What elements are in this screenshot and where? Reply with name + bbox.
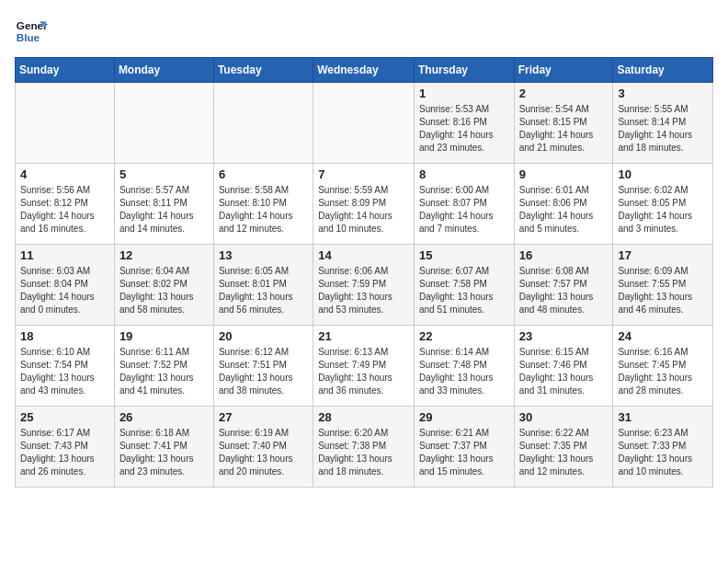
day-info: Sunrise: 6:02 AM Sunset: 8:05 PM Dayligh… xyxy=(618,184,708,236)
day-info: Sunrise: 6:13 AM Sunset: 7:49 PM Dayligh… xyxy=(318,346,409,397)
calendar-cell: 18Sunrise: 6:10 AM Sunset: 7:54 PM Dayli… xyxy=(16,326,115,407)
day-number: 2 xyxy=(519,86,609,100)
weekday-header: Friday xyxy=(514,58,613,83)
day-info: Sunrise: 5:54 AM Sunset: 8:15 PM Dayligh… xyxy=(519,103,609,155)
calendar-body: 1Sunrise: 5:53 AM Sunset: 8:16 PM Daylig… xyxy=(16,83,713,488)
calendar-cell: 7Sunrise: 5:59 AM Sunset: 8:09 PM Daylig… xyxy=(313,164,415,245)
calendar-cell: 14Sunrise: 6:06 AM Sunset: 7:59 PM Dayli… xyxy=(313,245,415,326)
day-info: Sunrise: 6:23 AM Sunset: 7:33 PM Dayligh… xyxy=(618,427,708,478)
day-info: Sunrise: 5:59 AM Sunset: 8:09 PM Dayligh… xyxy=(318,184,409,236)
calendar-cell: 4Sunrise: 5:56 AM Sunset: 8:12 PM Daylig… xyxy=(16,164,115,245)
day-info: Sunrise: 6:08 AM Sunset: 7:57 PM Dayligh… xyxy=(519,265,609,316)
calendar-week-row: 11Sunrise: 6:03 AM Sunset: 8:04 PM Dayli… xyxy=(16,245,713,326)
day-number: 15 xyxy=(419,248,509,262)
weekday-header: Monday xyxy=(114,58,213,83)
day-number: 31 xyxy=(618,410,708,424)
calendar-cell: 13Sunrise: 6:05 AM Sunset: 8:01 PM Dayli… xyxy=(213,245,313,326)
day-info: Sunrise: 6:04 AM Sunset: 8:02 PM Dayligh… xyxy=(119,265,209,316)
day-info: Sunrise: 6:09 AM Sunset: 7:55 PM Dayligh… xyxy=(618,265,708,316)
calendar-cell xyxy=(114,83,213,164)
day-number: 24 xyxy=(618,329,708,343)
day-number: 25 xyxy=(20,410,109,424)
day-info: Sunrise: 6:00 AM Sunset: 8:07 PM Dayligh… xyxy=(419,184,509,236)
day-info: Sunrise: 5:55 AM Sunset: 8:14 PM Dayligh… xyxy=(618,103,708,155)
calendar-cell: 22Sunrise: 6:14 AM Sunset: 7:48 PM Dayli… xyxy=(414,326,514,407)
day-number: 21 xyxy=(318,329,409,343)
day-info: Sunrise: 6:21 AM Sunset: 7:37 PM Dayligh… xyxy=(419,427,509,478)
calendar-cell: 25Sunrise: 6:17 AM Sunset: 7:43 PM Dayli… xyxy=(16,407,115,488)
calendar-table: SundayMondayTuesdayWednesdayThursdayFrid… xyxy=(15,57,713,488)
weekday-header: Sunday xyxy=(16,58,115,83)
day-info: Sunrise: 6:10 AM Sunset: 7:54 PM Dayligh… xyxy=(20,346,109,397)
day-info: Sunrise: 6:06 AM Sunset: 7:59 PM Dayligh… xyxy=(318,265,409,316)
calendar-week-row: 4Sunrise: 5:56 AM Sunset: 8:12 PM Daylig… xyxy=(16,164,713,245)
calendar-week-row: 25Sunrise: 6:17 AM Sunset: 7:43 PM Dayli… xyxy=(16,407,713,488)
day-info: Sunrise: 6:11 AM Sunset: 7:52 PM Dayligh… xyxy=(119,346,209,397)
day-info: Sunrise: 6:14 AM Sunset: 7:48 PM Dayligh… xyxy=(419,346,509,397)
calendar-cell: 15Sunrise: 6:07 AM Sunset: 7:58 PM Dayli… xyxy=(414,245,514,326)
day-number: 19 xyxy=(119,329,209,343)
day-number: 11 xyxy=(20,248,109,262)
day-number: 12 xyxy=(119,248,209,262)
day-number: 13 xyxy=(219,248,308,262)
day-info: Sunrise: 6:22 AM Sunset: 7:35 PM Dayligh… xyxy=(519,427,609,478)
day-number: 27 xyxy=(219,410,308,424)
weekday-header: Thursday xyxy=(414,58,514,83)
day-number: 16 xyxy=(519,248,609,262)
calendar-cell xyxy=(213,83,313,164)
day-info: Sunrise: 6:20 AM Sunset: 7:38 PM Dayligh… xyxy=(318,427,409,478)
day-number: 8 xyxy=(419,167,509,181)
day-number: 10 xyxy=(618,167,708,181)
calendar-cell: 21Sunrise: 6:13 AM Sunset: 7:49 PM Dayli… xyxy=(313,326,415,407)
calendar-cell: 23Sunrise: 6:15 AM Sunset: 7:46 PM Dayli… xyxy=(514,326,613,407)
calendar-cell: 31Sunrise: 6:23 AM Sunset: 7:33 PM Dayli… xyxy=(613,407,713,488)
calendar-cell: 17Sunrise: 6:09 AM Sunset: 7:55 PM Dayli… xyxy=(613,245,713,326)
day-number: 30 xyxy=(519,410,609,424)
calendar-cell: 2Sunrise: 5:54 AM Sunset: 8:15 PM Daylig… xyxy=(514,83,613,164)
day-number: 5 xyxy=(119,167,209,181)
calendar-cell: 3Sunrise: 5:55 AM Sunset: 8:14 PM Daylig… xyxy=(613,83,713,164)
calendar-cell: 16Sunrise: 6:08 AM Sunset: 7:57 PM Dayli… xyxy=(514,245,613,326)
calendar-cell: 19Sunrise: 6:11 AM Sunset: 7:52 PM Dayli… xyxy=(114,326,213,407)
day-number: 23 xyxy=(519,329,609,343)
calendar-week-row: 1Sunrise: 5:53 AM Sunset: 8:16 PM Daylig… xyxy=(16,83,713,164)
calendar-cell xyxy=(16,83,115,164)
day-info: Sunrise: 5:58 AM Sunset: 8:10 PM Dayligh… xyxy=(219,184,308,236)
day-info: Sunrise: 6:07 AM Sunset: 7:58 PM Dayligh… xyxy=(419,265,509,316)
day-info: Sunrise: 5:53 AM Sunset: 8:16 PM Dayligh… xyxy=(419,103,509,155)
day-info: Sunrise: 6:17 AM Sunset: 7:43 PM Dayligh… xyxy=(20,427,109,478)
calendar-cell: 27Sunrise: 6:19 AM Sunset: 7:40 PM Dayli… xyxy=(213,407,313,488)
weekday-header: Wednesday xyxy=(313,58,415,83)
day-number: 7 xyxy=(318,167,409,181)
calendar-cell: 10Sunrise: 6:02 AM Sunset: 8:05 PM Dayli… xyxy=(613,164,713,245)
calendar-cell: 30Sunrise: 6:22 AM Sunset: 7:35 PM Dayli… xyxy=(514,407,613,488)
day-number: 1 xyxy=(419,86,509,100)
weekday-header: Tuesday xyxy=(213,58,313,83)
day-number: 26 xyxy=(119,410,209,424)
day-info: Sunrise: 6:16 AM Sunset: 7:45 PM Dayligh… xyxy=(618,346,708,397)
logo-icon: General Blue xyxy=(15,15,48,48)
day-number: 6 xyxy=(219,167,308,181)
day-number: 3 xyxy=(618,86,708,100)
day-info: Sunrise: 6:01 AM Sunset: 8:06 PM Dayligh… xyxy=(519,184,609,236)
calendar-week-row: 18Sunrise: 6:10 AM Sunset: 7:54 PM Dayli… xyxy=(16,326,713,407)
page-header: General Blue xyxy=(15,15,713,48)
day-info: Sunrise: 6:18 AM Sunset: 7:41 PM Dayligh… xyxy=(119,427,209,478)
day-number: 4 xyxy=(20,167,109,181)
day-number: 17 xyxy=(618,248,708,262)
logo: General Blue xyxy=(15,15,48,48)
day-number: 22 xyxy=(419,329,509,343)
day-number: 9 xyxy=(519,167,609,181)
calendar-cell: 1Sunrise: 5:53 AM Sunset: 8:16 PM Daylig… xyxy=(414,83,514,164)
day-info: Sunrise: 5:56 AM Sunset: 8:12 PM Dayligh… xyxy=(20,184,109,236)
day-info: Sunrise: 6:12 AM Sunset: 7:51 PM Dayligh… xyxy=(219,346,308,397)
day-number: 29 xyxy=(419,410,509,424)
calendar-cell: 28Sunrise: 6:20 AM Sunset: 7:38 PM Dayli… xyxy=(313,407,415,488)
svg-text:Blue: Blue xyxy=(17,31,40,43)
day-number: 14 xyxy=(318,248,409,262)
day-info: Sunrise: 6:15 AM Sunset: 7:46 PM Dayligh… xyxy=(519,346,609,397)
calendar-cell: 20Sunrise: 6:12 AM Sunset: 7:51 PM Dayli… xyxy=(213,326,313,407)
calendar-cell: 8Sunrise: 6:00 AM Sunset: 8:07 PM Daylig… xyxy=(414,164,514,245)
calendar-cell: 12Sunrise: 6:04 AM Sunset: 8:02 PM Dayli… xyxy=(114,245,213,326)
weekday-header: Saturday xyxy=(613,58,713,83)
